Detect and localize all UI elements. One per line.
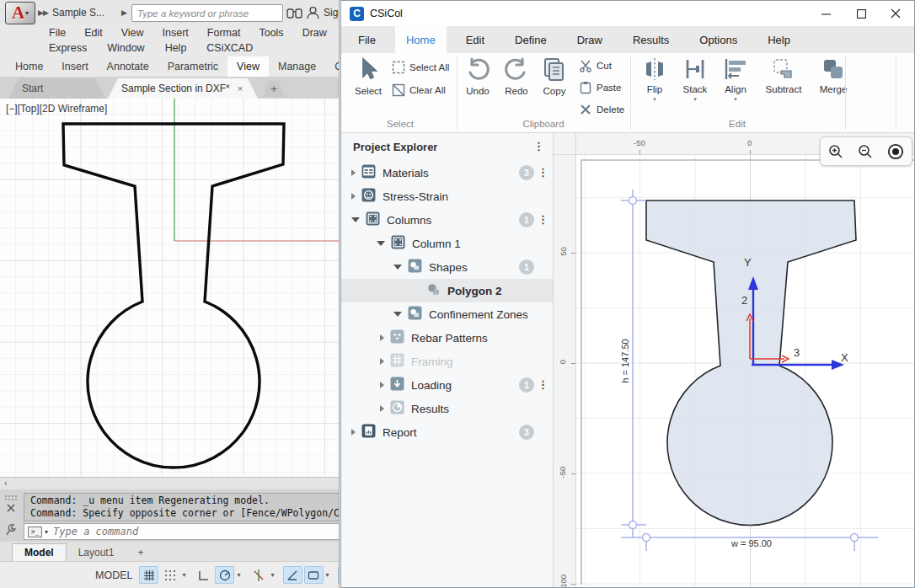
tree-item-loading[interactable]: Loading1⋮ (341, 373, 553, 397)
menu-item-insert[interactable]: Insert (163, 25, 189, 41)
menu-item-window[interactable]: Window (107, 40, 144, 56)
copy-button[interactable]: Copy (537, 56, 572, 96)
search-input[interactable] (131, 4, 283, 22)
csicol-menu-file[interactable]: File (347, 26, 387, 53)
close-icon[interactable] (6, 503, 16, 513)
isodraft-toggle[interactable] (338, 566, 340, 584)
csicol-menu-results[interactable]: Results (622, 26, 680, 53)
autocad-viewport[interactable]: [−][Top][2D Wireframe] (0, 99, 340, 477)
expand-collapsed-icon[interactable] (351, 169, 356, 176)
menu-item-csixcad[interactable]: CSiXCAD (206, 40, 253, 56)
paste-button[interactable]: Paste (579, 81, 621, 94)
snap-mode-toggle[interactable] (160, 566, 179, 584)
expand-expanded-icon[interactable] (351, 217, 360, 222)
kebab-menu-icon[interactable]: ⋮ (538, 214, 548, 225)
expand-expanded-icon[interactable] (377, 241, 385, 246)
close-button[interactable] (879, 1, 912, 26)
tree-item-column-1[interactable]: Column 1 (341, 232, 553, 255)
layout-tab-model[interactable]: Model (12, 543, 67, 561)
select-button[interactable]: Select (348, 56, 388, 96)
chevron-down-icon[interactable]: ▾ (237, 571, 240, 579)
tree-item-shapes[interactable]: Shapes1 (341, 255, 553, 279)
viewport-controls-label[interactable]: [−][Top][2D Wireframe] (6, 103, 107, 115)
layout-tab-+[interactable]: + (126, 544, 155, 561)
csicol-menu-draw[interactable]: Draw (566, 26, 613, 53)
document-switcher[interactable]: Sample S... (52, 7, 104, 19)
expand-expanded-icon[interactable] (393, 312, 402, 317)
ribbon-tab-insert[interactable]: Insert (52, 56, 97, 77)
menu-item-format[interactable]: Format (207, 25, 241, 41)
csicol-menu-help[interactable]: Help (757, 26, 801, 53)
expand-collapsed-icon[interactable] (351, 429, 356, 436)
flip-button[interactable]: Flip ▾ (638, 56, 672, 103)
menu-item-tools[interactable]: Tools (259, 25, 283, 41)
drag-grip-icon[interactable] (4, 494, 19, 501)
tree-item-rebar-patterns[interactable]: Rebar Patterns (341, 326, 553, 350)
select-all-button[interactable]: Select All (392, 61, 449, 74)
expand-collapsed-icon[interactable] (380, 405, 384, 412)
layout-tab-layout1[interactable]: Layout1 (67, 544, 126, 561)
menu-item-edit[interactable]: Edit (84, 25, 103, 41)
new-tab-button[interactable]: + (263, 81, 285, 97)
tree-item-stress-strain[interactable]: Stress-Strain (341, 184, 553, 208)
horizontal-scrollbar[interactable]: ‹ (0, 477, 340, 489)
tree-item-results[interactable]: Results (341, 397, 553, 420)
expand-collapsed-icon[interactable] (380, 358, 384, 365)
redo-button[interactable]: Redo (500, 56, 533, 96)
minimize-button[interactable] (809, 1, 843, 26)
ribbon-tab-parametric[interactable]: Parametric (158, 56, 227, 77)
chevron-down-icon[interactable]: ▾ (270, 571, 274, 579)
snap-tracking-toggle[interactable] (283, 566, 302, 584)
ribbon-tab-manage[interactable]: Manage (269, 56, 325, 77)
doc-tab-active[interactable]: Sample Section in DXF* × (108, 78, 258, 99)
tree-item-polygon-2[interactable]: Polygon 2 (341, 279, 553, 302)
kebab-menu-icon[interactable]: ⋮ (538, 379, 548, 390)
maximize-button[interactable] (844, 1, 878, 26)
stack-button[interactable]: Stack ▾ (677, 56, 714, 103)
kebab-menu-icon[interactable]: ⋮ (538, 167, 548, 178)
csicol-menu-options[interactable]: Options (688, 26, 748, 53)
ortho-mode-toggle[interactable] (194, 566, 213, 584)
qat-expand-icon[interactable]: ▶ (121, 8, 126, 17)
cut-button[interactable]: Cut (579, 59, 612, 72)
chevron-down-icon[interactable]: ▾ (693, 96, 697, 103)
zoom-extents-icon[interactable] (886, 142, 905, 161)
close-icon[interactable]: × (238, 83, 243, 94)
expand-collapsed-icon[interactable] (351, 193, 356, 200)
chevron-down-icon[interactable]: ▾ (326, 571, 329, 579)
zoom-in-icon[interactable] (827, 143, 844, 160)
model-space-label[interactable]: MODEL (95, 569, 132, 581)
qat-overflow-icon[interactable]: ▶▶ (38, 8, 48, 17)
tree-item-confinement-zones[interactable]: Confinement Zones (341, 302, 553, 326)
chevron-down-icon[interactable]: ▾ (182, 571, 185, 579)
ribbon-tab-annotate[interactable]: Annotate (98, 56, 158, 77)
merge-button[interactable]: Merge (813, 56, 853, 94)
polar-tracking-toggle[interactable] (215, 566, 234, 584)
ribbon-tab-output[interactable]: Output (325, 56, 340, 77)
ribbon-tab-home[interactable]: Home (6, 56, 52, 77)
section-canvas[interactable]: X Y 2 3 h = 147.50 w = 95.00 -50 0 50 0 … (554, 133, 915, 587)
csicol-menu-home[interactable]: Home (395, 26, 447, 53)
command-input[interactable]: >_ ▾ Type a command (24, 523, 340, 540)
expand-collapsed-icon[interactable] (380, 334, 384, 341)
tree-item-framing[interactable]: Framing (341, 350, 553, 373)
object-snap-toggle[interactable] (249, 566, 268, 584)
delete-button[interactable]: Delete (579, 103, 624, 116)
chevron-down-icon[interactable]: ▾ (653, 96, 656, 103)
menu-item-draw[interactable]: Draw (302, 25, 327, 41)
sign-in-user-icon[interactable] (306, 5, 320, 20)
expand-collapsed-icon[interactable] (380, 382, 384, 388)
menu-item-file[interactable]: File (49, 25, 66, 41)
chevron-down-icon[interactable]: ▾ (734, 96, 737, 103)
kebab-menu-icon[interactable]: ⋮ (533, 141, 544, 152)
tree-item-columns[interactable]: Columns1⋮ (341, 208, 553, 232)
subtract-button[interactable]: Subtract (757, 56, 810, 94)
search-binoculars-icon[interactable] (286, 6, 302, 19)
scroll-left-icon[interactable]: ‹ (4, 478, 7, 488)
menu-item-help[interactable]: Help (165, 40, 187, 56)
tree-item-materials[interactable]: Materials3⋮ (341, 161, 553, 184)
autocad-app-button[interactable]: A ▾ (5, 2, 35, 24)
menu-item-view[interactable]: View (121, 25, 144, 41)
undo-button[interactable]: Undo (461, 56, 495, 96)
zoom-out-icon[interactable] (857, 143, 874, 160)
